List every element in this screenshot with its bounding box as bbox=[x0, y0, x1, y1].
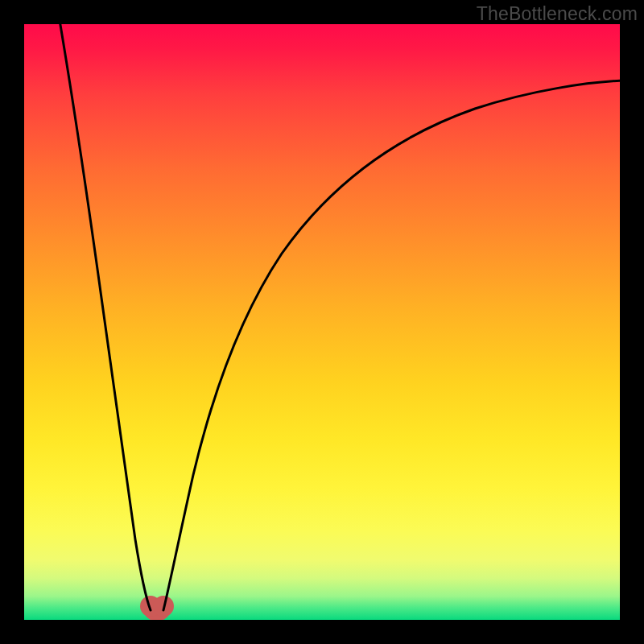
curve-right-branch bbox=[163, 80, 620, 610]
curve-left-branch bbox=[60, 24, 151, 610]
watermark-text: TheBottleneck.com bbox=[477, 3, 638, 25]
valley-markers bbox=[140, 596, 174, 617]
plot-area bbox=[24, 24, 620, 620]
outer-frame: TheBottleneck.com bbox=[0, 0, 644, 644]
curve-layer bbox=[24, 24, 620, 620]
